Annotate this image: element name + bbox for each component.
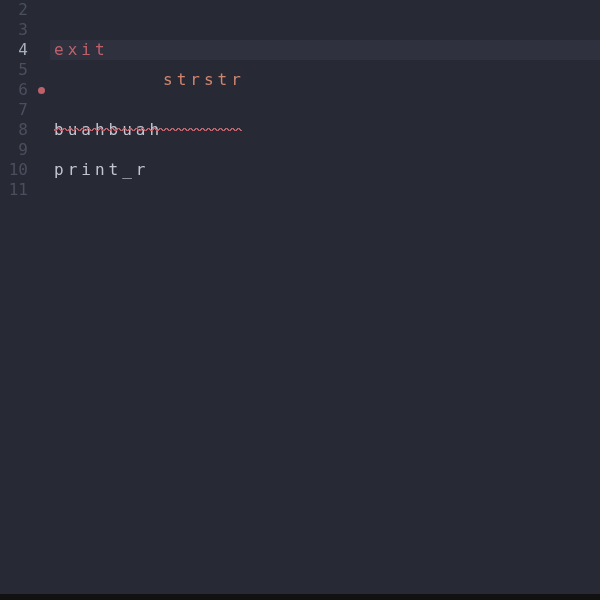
token-text: strstr xyxy=(163,70,245,89)
code-line[interactable]: 2 xyxy=(0,0,600,20)
gutter-marker[interactable] xyxy=(32,87,50,94)
line-number: 7 xyxy=(0,100,32,120)
code-line[interactable]: 11 xyxy=(0,180,600,200)
error-dot-icon xyxy=(38,87,45,94)
line-content[interactable] xyxy=(50,140,600,160)
bottom-border xyxy=(0,594,600,600)
code-line[interactable]: 6 strstr xyxy=(0,80,600,100)
line-number: 6 xyxy=(0,80,32,100)
code-line[interactable]: 10 print_r xyxy=(0,160,600,180)
code-line[interactable]: 3 xyxy=(0,20,600,40)
line-number: 3 xyxy=(0,20,32,40)
line-number: 5 xyxy=(0,60,32,80)
function-token: print_r xyxy=(54,160,149,180)
error-squiggle-icon xyxy=(54,128,242,131)
code-editor[interactable]: 2 3 4 exit 5 6 strstr 7 xyxy=(0,0,600,594)
line-number: 11 xyxy=(0,180,32,200)
line-content[interactable]: strstr xyxy=(50,80,600,100)
line-content[interactable]: print_r xyxy=(50,160,600,180)
code-line[interactable]: 9 xyxy=(0,140,600,160)
line-number: 2 xyxy=(0,0,32,20)
line-number: 9 xyxy=(0,140,32,160)
line-number: 8 xyxy=(0,120,32,140)
function-token: strstr xyxy=(54,50,245,130)
line-content[interactable] xyxy=(50,0,600,20)
line-content[interactable] xyxy=(50,20,600,40)
line-number: 4 xyxy=(0,40,32,60)
line-number: 10 xyxy=(0,160,32,180)
line-content[interactable] xyxy=(50,180,600,200)
